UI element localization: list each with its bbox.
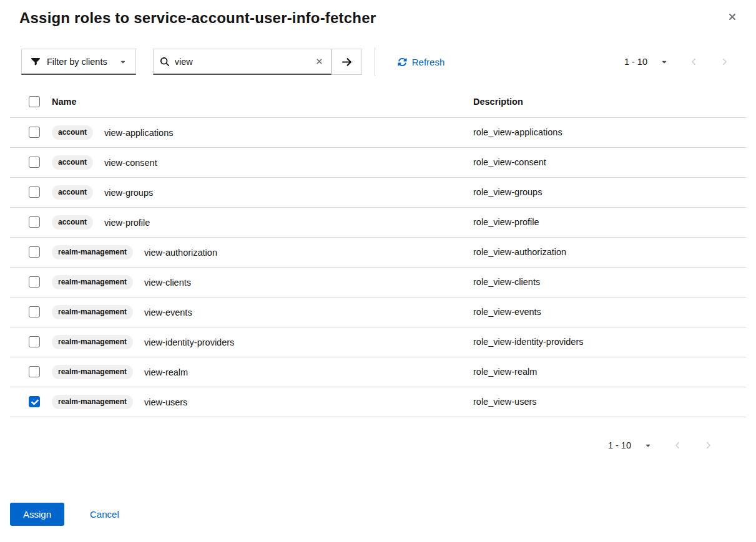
table-row: account view-consent role_view-consent (10, 147, 746, 177)
role-name: view-clients (144, 277, 191, 287)
client-badge: realm-management (52, 365, 133, 379)
angle-left-icon (675, 441, 680, 450)
client-badge: realm-management (52, 245, 133, 259)
pagination-options-toggle[interactable] (657, 55, 671, 69)
role-name: view-groups (104, 187, 153, 197)
row-checkbox[interactable] (29, 396, 40, 407)
caret-down-icon (661, 59, 667, 65)
client-badge: account (52, 185, 93, 200)
row-checkbox[interactable] (29, 276, 40, 288)
row-checkbox[interactable] (29, 216, 40, 228)
angle-right-icon (722, 57, 727, 66)
role-description: role_view-identity-providers (473, 327, 746, 357)
row-checkbox[interactable] (29, 336, 40, 347)
filter-icon (31, 57, 40, 66)
filter-label: Filter by clients (47, 57, 107, 67)
role-description: role_view-profile (473, 207, 746, 237)
table-row: realm-management view-events role_view-e… (10, 297, 746, 327)
column-header-description: Description (473, 86, 746, 117)
table-row: account view-profile role_view-profile (10, 207, 746, 237)
client-badge: account (52, 155, 93, 170)
pagination-options-toggle[interactable] (641, 438, 655, 452)
row-checkbox[interactable] (29, 366, 40, 377)
modal-header: Assign roles to service-account-user-inf… (0, 0, 756, 28)
row-checkbox[interactable] (29, 157, 40, 168)
role-name: view-applications (104, 127, 173, 137)
table-row: realm-management view-identity-providers… (10, 327, 746, 357)
roles-table-body: account view-applications role_view-appl… (10, 117, 746, 417)
angle-left-icon (691, 57, 697, 66)
toolbar-divider (375, 47, 375, 76)
role-name: view-users (144, 397, 187, 407)
row-checkbox[interactable] (29, 246, 40, 258)
arrow-right-icon (341, 57, 352, 67)
role-description: role_view-groups (473, 177, 746, 207)
role-description: role_view-clients (473, 267, 746, 297)
next-page-button[interactable] (702, 437, 715, 453)
client-badge: realm-management (52, 335, 133, 349)
cancel-button[interactable]: Cancel (90, 509, 119, 520)
previous-page-button[interactable] (687, 54, 700, 70)
role-name: view-realm (144, 367, 188, 377)
page-title: Assign roles to service-account-user-inf… (19, 8, 376, 28)
table-row: realm-management view-clients role_view-… (10, 267, 746, 297)
row-checkbox[interactable] (29, 127, 40, 138)
toolbar: Filter by clients Refresh (21, 49, 731, 75)
previous-page-button[interactable] (671, 437, 684, 453)
search-submit-button[interactable] (331, 49, 362, 75)
close-button[interactable] (724, 8, 741, 26)
roles-table: Name Description account view-applicatio… (10, 86, 746, 417)
table-row: realm-management view-users role_view-us… (10, 387, 746, 417)
table-row: account view-groups role_view-groups (10, 177, 746, 207)
role-name: view-identity-providers (144, 337, 234, 347)
clear-search-button[interactable] (312, 54, 327, 69)
assign-button[interactable]: Assign (10, 503, 64, 526)
search-icon (160, 57, 169, 66)
search-group (153, 49, 362, 75)
role-description: role_view-users (473, 387, 746, 417)
pagination-range: 1 - 10 (624, 57, 647, 67)
client-badge: realm-management (52, 395, 133, 409)
role-description: role_view-authorization (473, 237, 746, 267)
refresh-button[interactable]: Refresh (398, 57, 445, 67)
search-input-wrap (153, 49, 331, 75)
role-description: role_view-events (473, 297, 746, 327)
role-name: view-authorization (144, 247, 217, 257)
client-badge: account (52, 125, 93, 140)
next-page-button[interactable] (718, 54, 731, 70)
client-badge: realm-management (52, 305, 133, 319)
filter-by-clients-dropdown[interactable]: Filter by clients (21, 49, 136, 75)
caret-down-icon (645, 442, 651, 448)
search-input[interactable] (175, 57, 312, 67)
table-row: realm-management view-realm role_view-re… (10, 357, 746, 387)
close-icon (727, 12, 737, 22)
table-header-row: Name Description (10, 86, 746, 117)
pagination-top: 1 - 10 (624, 54, 731, 70)
role-description: role_view-applications (473, 117, 746, 147)
client-badge: account (52, 215, 93, 230)
column-header-name: Name (52, 86, 473, 117)
clear-icon (315, 57, 323, 65)
row-checkbox[interactable] (29, 186, 40, 198)
pagination-range: 1 - 10 (608, 440, 631, 450)
table-row: realm-management view-authorization role… (10, 237, 746, 267)
client-badge: realm-management (52, 275, 133, 289)
pagination-bottom: 1 - 10 (0, 433, 756, 458)
modal-footer: Assign Cancel (10, 503, 756, 526)
role-description: role_view-consent (473, 147, 746, 177)
role-name: view-events (144, 307, 192, 317)
role-description: role_view-realm (473, 357, 746, 387)
table-row: account view-applications role_view-appl… (10, 117, 746, 147)
row-checkbox[interactable] (29, 306, 40, 317)
chevron-down-icon (120, 59, 126, 65)
angle-right-icon (705, 441, 711, 450)
select-all-checkbox[interactable] (29, 96, 40, 107)
role-name: view-consent (104, 157, 157, 167)
refresh-icon (398, 57, 407, 67)
refresh-label: Refresh (412, 57, 445, 67)
role-name: view-profile (104, 217, 150, 227)
